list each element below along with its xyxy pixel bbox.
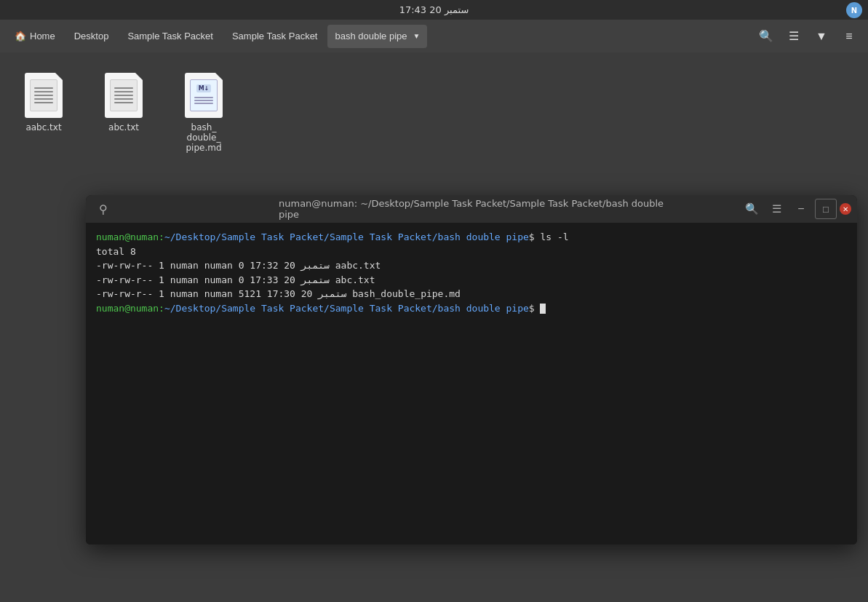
file-item-md[interactable]: M↓ bash_double_pipe.md: [175, 67, 233, 159]
home-label: Home: [30, 31, 55, 41]
file-label-abc: abc.txt: [108, 122, 139, 132]
chevron-down-icon: ▼: [413, 32, 421, 40]
desktop-label: Desktop: [74, 31, 109, 41]
file-item-aabc[interactable]: aabc.txt: [15, 67, 73, 138]
file-manager-content: aabc.txt abc.txt M↓: [0, 52, 868, 197]
terminal-close-button[interactable]: ✕: [840, 203, 851, 215]
terminal-cursor: [540, 304, 546, 314]
view-list-icon: ☰: [789, 29, 799, 43]
terminal-search-button[interactable]: 🔍: [741, 199, 763, 219]
home-icon: 🏠: [15, 31, 26, 41]
terminal-maximize-button[interactable]: □: [815, 199, 837, 219]
terminal-output-total: total 8: [96, 245, 847, 259]
menu-button[interactable]: ≡: [836, 25, 862, 48]
file-item-abc[interactable]: abc.txt: [95, 67, 153, 138]
view-toggle-button[interactable]: ▼: [808, 25, 835, 48]
terminal-output-line1: -rw-rw-r-- 1 numan numan 0 17:32 20 ستمب…: [96, 258, 847, 273]
top-bar: 17:43 20 ستمبر N: [0, 0, 868, 20]
breadcrumb1-button[interactable]: Sample Task Packet: [119, 25, 222, 48]
file-icon-aabc: [25, 73, 63, 118]
search-icon: 🔍: [759, 29, 773, 43]
current-folder-label: bash double pipe: [335, 31, 407, 41]
current-folder-button[interactable]: bash double pipe ▼: [327, 25, 427, 48]
terminal-titlebar: ⚲ numan@numan: ~/Desktop/Sample Task Pac…: [86, 195, 857, 223]
view-list-button[interactable]: ☰: [781, 25, 807, 48]
view-toggle-icon: ▼: [816, 30, 827, 43]
terminal-prompt-2: numan@numan:~/Desktop/Sample Task Packet…: [96, 303, 529, 314]
terminal-window-controls: 🔍 ☰ − □ ✕: [741, 199, 851, 219]
terminal-line-2: numan@numan:~/Desktop/Sample Task Packet…: [96, 301, 847, 316]
terminal-prompt-1: numan@numan:~/Desktop/Sample Task Packet…: [96, 231, 529, 242]
clock: 17:43 20 ستمبر: [399, 4, 469, 15]
breadcrumb2-button[interactable]: Sample Task Packet: [223, 25, 327, 48]
terminal-menu-button[interactable]: ☰: [765, 199, 787, 219]
file-icon-md: M↓: [185, 73, 223, 118]
menu-icon: ≡: [845, 30, 852, 43]
file-label-md: bash_double_pipe.md: [186, 122, 221, 153]
breadcrumb2-label: Sample Task Packet: [232, 31, 318, 41]
terminal-window: ⚲ numan@numan: ~/Desktop/Sample Task Pac…: [86, 195, 857, 544]
home-button[interactable]: 🏠 Home: [6, 25, 64, 48]
terminal-output-line2: -rw-rw-r-- 1 numan numan 0 17:33 20 ستمب…: [96, 273, 847, 288]
user-avatar: N: [846, 2, 862, 18]
desktop-button[interactable]: Desktop: [65, 25, 118, 48]
file-icon-abc: [105, 73, 143, 118]
breadcrumb1-label: Sample Task Packet: [127, 31, 213, 41]
terminal-body[interactable]: numan@numan:~/Desktop/Sample Task Packet…: [86, 223, 857, 544]
file-manager-toolbar: 🏠 Home Desktop Sample Task Packet Sample…: [0, 20, 868, 52]
terminal-output-line3: -rw-rw-r-- 1 numan numan 5121 17:30 20 س…: [96, 287, 847, 301]
file-label-aabc: aabc.txt: [25, 122, 61, 132]
search-button[interactable]: 🔍: [753, 25, 779, 48]
terminal-title: numan@numan: ~/Desktop/Sample Task Packe…: [279, 198, 664, 220]
terminal-minimize-button[interactable]: −: [790, 199, 812, 219]
terminal-line-1: numan@numan:~/Desktop/Sample Task Packet…: [96, 230, 847, 245]
terminal-pin-button[interactable]: ⚲: [92, 197, 115, 221]
